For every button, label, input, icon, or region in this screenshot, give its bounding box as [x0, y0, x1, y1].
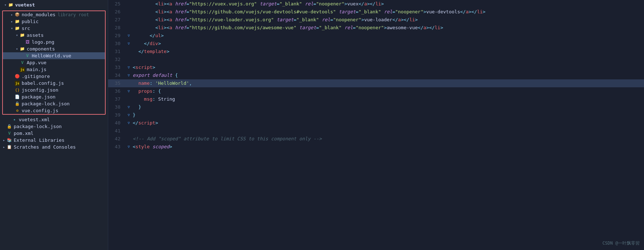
- root-folder-icon: 📁: [8, 3, 14, 7]
- fold-29: ▽: [126, 32, 131, 40]
- line-num-26: 26: [108, 8, 126, 16]
- fold-40: ▽: [126, 119, 131, 127]
- code-content-31: </template>: [131, 48, 644, 56]
- scratches-label: Scratches and Consoles: [14, 144, 76, 150]
- code-content-26: <li><a href="https://github.com/vuejs/vu…: [131, 8, 644, 16]
- code-content-35: name: 'HelloWorld',: [131, 79, 644, 87]
- code-line-40: 40 ▽ </script>: [108, 119, 644, 127]
- code-line-38: 38 ▽ }: [108, 103, 644, 111]
- code-content-42: <!-- Add "scoped" attribute to limit CSS…: [131, 135, 644, 143]
- sidebar-item-logo-png[interactable]: 🖼 logo.png: [3, 39, 105, 45]
- arrow-node-modules: ▸: [9, 13, 14, 17]
- line-num-30: 30: [108, 40, 126, 48]
- code-line-32: 32: [108, 56, 644, 63]
- scratches-icon: 📋: [6, 145, 12, 149]
- sidebar-item-vue-config[interactable]: ⚙ vue.config.js: [3, 107, 105, 114]
- code-line-37: 37 msg: String: [108, 95, 644, 103]
- node-modules-icon: 📦: [14, 12, 20, 17]
- code-content-38: }: [131, 103, 644, 111]
- jsconfig-icon: {}: [14, 88, 20, 92]
- code-content-43: <style scoped>: [131, 143, 644, 151]
- file-tree[interactable]: ▾ 📁 vuetest ▸ 📦 node_modules library roo…: [0, 0, 108, 250]
- code-line-41: 41: [108, 127, 644, 135]
- sidebar-item-node-modules[interactable]: ▸ 📦 node_modules library root: [3, 11, 105, 18]
- root-item[interactable]: ▾ 📁 vuetest: [1, 1, 106, 8]
- code-content-37: msg: String: [131, 95, 644, 103]
- line-num-41: 41: [108, 127, 126, 135]
- jsconfig-label: jsconfig.json: [22, 87, 58, 93]
- code-line-26: 26 <li><a href="https://github.com/vuejs…: [108, 8, 644, 16]
- sidebar-item-babel-config[interactable]: js babel.config.js: [3, 80, 105, 87]
- line-num-33: 33: [108, 63, 126, 71]
- main-js-icon: js: [19, 67, 25, 72]
- code-content-36: props: {: [131, 87, 644, 95]
- sidebar-item-vuetest-xml[interactable]: ✦ vuetest.xml: [0, 116, 108, 123]
- sidebar-item-gitignore[interactable]: 🔴 .gitignore: [3, 73, 105, 80]
- logo-png-icon: 🖼: [25, 40, 30, 44]
- sidebar-item-src[interactable]: ▾ 📁 src: [3, 25, 105, 32]
- code-content-29: </ul>: [131, 32, 644, 40]
- project-root: ▾ 📁 vuetest: [0, 0, 108, 9]
- code-line-36: 36 ▽ props: {: [108, 87, 644, 95]
- node-modules-label: node_modules: [22, 12, 56, 17]
- assets-folder-icon: 📁: [19, 33, 25, 38]
- arrow-public: ▸: [9, 19, 14, 23]
- root-pkg-lock-label: package-lock.json: [14, 124, 62, 129]
- external-libraries-icon: 📚: [6, 138, 12, 142]
- arrow-scratches: ▸: [1, 145, 6, 149]
- line-num-32: 32: [108, 56, 126, 63]
- public-label: public: [22, 19, 39, 24]
- fold-33: ▽: [126, 63, 131, 71]
- sidebar-item-assets[interactable]: ▾ 📁 assets: [3, 32, 105, 39]
- vuetest-xml-icon: ✦: [12, 117, 17, 122]
- src-folder-icon: 📁: [14, 26, 20, 31]
- arrow-assets: ▾: [14, 33, 19, 37]
- src-label: src: [22, 26, 30, 31]
- line-num-38: 38: [108, 103, 126, 111]
- highlighted-section: ▸ 📦 node_modules library root ▸ 📁 public…: [2, 10, 106, 115]
- helloworld-vue-icon: V: [25, 53, 30, 58]
- code-line-39: 39 ▽ }: [108, 111, 644, 119]
- code-line-43: 43 ▽ <style scoped>: [108, 143, 644, 151]
- code-content-34: export default {: [131, 71, 644, 79]
- sidebar-item-public[interactable]: ▸ 📁 public: [3, 18, 105, 25]
- app-vue-label: App.vue: [27, 60, 47, 65]
- sidebar-item-package-lock-json[interactable]: 🔒 package-lock.json: [3, 100, 105, 107]
- line-num-39: 39: [108, 111, 126, 119]
- sidebar-item-scratches[interactable]: ▸ 📋 Scratches and Consoles: [0, 144, 108, 150]
- sidebar-item-helloworld-vue[interactable]: V HelloWorld.vue: [3, 52, 105, 59]
- components-folder-icon: 📁: [19, 47, 25, 51]
- fold-34: ▽: [126, 71, 131, 79]
- sidebar-item-pom-xml[interactable]: V pom.xml: [0, 130, 108, 137]
- package-json-icon: 📄: [14, 95, 20, 99]
- sidebar-item-app-vue[interactable]: V App.vue: [3, 59, 105, 66]
- code-content-33: <script>: [131, 63, 644, 71]
- sidebar-item-main-js[interactable]: js main.js: [3, 66, 105, 73]
- package-json-label: package.json: [22, 94, 56, 100]
- code-line-35: 35 name: 'HelloWorld',: [108, 79, 644, 87]
- line-num-31: 31: [108, 48, 126, 56]
- gitignore-label: .gitignore: [22, 74, 50, 79]
- code-content-40: </script>: [131, 119, 644, 127]
- vue-config-label: vue.config.js: [22, 108, 58, 113]
- app-vue-icon: V: [19, 60, 25, 65]
- gitignore-icon: 🔴: [14, 74, 20, 79]
- sidebar-item-root-package-lock[interactable]: 🔒 package-lock.json: [0, 123, 108, 130]
- watermark: CSDN @一叶飘零習: [603, 240, 640, 246]
- sidebar-item-package-json[interactable]: 📄 package.json: [3, 93, 105, 100]
- line-num-34: 34: [108, 71, 126, 79]
- fold-36: ▽: [126, 87, 131, 95]
- code-editor: 25 <li><a href="https://vuex.vuejs.org" …: [108, 0, 644, 250]
- code-line-31: 31 </template>: [108, 48, 644, 56]
- line-num-42: 42: [108, 135, 126, 143]
- package-lock-label: package-lock.json: [22, 101, 70, 106]
- expand-arrow: ▾: [3, 3, 8, 7]
- main-js-label: main.js: [27, 67, 47, 72]
- sidebar-item-components[interactable]: ▾ 📁 components: [3, 45, 105, 52]
- sidebar-item-jsconfig-json[interactable]: {} jsconfig.json: [3, 87, 105, 93]
- code-line-30: 30 ▽ </div>: [108, 40, 644, 48]
- fold-30: ▽: [126, 40, 131, 48]
- sidebar-item-external-libraries[interactable]: ▸ 📚 External Libraries: [0, 137, 108, 144]
- line-num-25: 25: [108, 0, 126, 8]
- assets-label: assets: [27, 32, 44, 38]
